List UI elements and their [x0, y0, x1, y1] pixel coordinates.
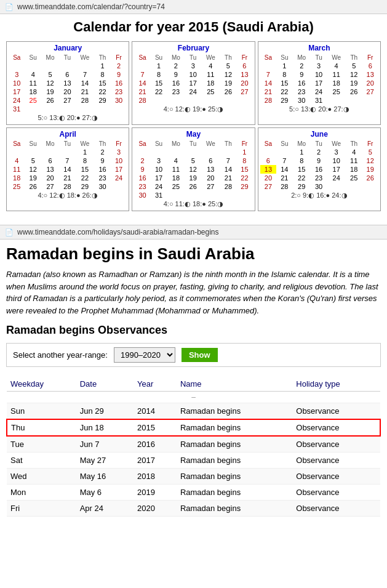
- calendar-day[interactable]: 1: [94, 62, 110, 70]
- calendar-day[interactable]: 7: [220, 156, 236, 165]
- calendar-day[interactable]: 1: [151, 62, 167, 70]
- calendar-day[interactable]: 22: [276, 87, 292, 96]
- calendar-day[interactable]: 13: [260, 165, 276, 174]
- calendar-day[interactable]: 6: [41, 156, 59, 165]
- calendar-day[interactable]: 29: [76, 182, 95, 191]
- calendar-day[interactable]: 26: [25, 182, 41, 191]
- calendar-day[interactable]: 15: [151, 79, 167, 87]
- calendar-day[interactable]: 22: [94, 87, 110, 96]
- calendar-day[interactable]: 24: [327, 174, 346, 182]
- calendar-day[interactable]: 7: [276, 156, 292, 165]
- calendar-day[interactable]: 14: [134, 79, 150, 87]
- calendar-day[interactable]: 6: [260, 156, 276, 165]
- calendar-day[interactable]: 23: [134, 182, 150, 191]
- calendar-day[interactable]: 8: [236, 156, 253, 165]
- calendar-day[interactable]: 2: [167, 62, 185, 70]
- calendar-day[interactable]: 22: [76, 174, 95, 182]
- calendar-day[interactable]: 10: [111, 156, 127, 165]
- calendar-day[interactable]: 28: [59, 182, 75, 191]
- calendar-day[interactable]: 24: [151, 182, 167, 191]
- calendar-day[interactable]: 2: [134, 156, 150, 165]
- calendar-day[interactable]: 21: [276, 174, 292, 182]
- calendar-day[interactable]: 11: [346, 156, 362, 165]
- calendar-day[interactable]: 15: [293, 165, 311, 174]
- calendar-day[interactable]: 10: [185, 70, 201, 79]
- calendar-day[interactable]: 16: [167, 79, 185, 87]
- calendar-day[interactable]: 4: [346, 148, 362, 156]
- calendar-day[interactable]: 18: [346, 165, 362, 174]
- calendar-day[interactable]: 18: [25, 87, 41, 96]
- calendar-day[interactable]: 9: [167, 70, 185, 79]
- calendar-day[interactable]: 29: [293, 182, 311, 191]
- calendar-day[interactable]: 24: [311, 87, 327, 96]
- calendar-day[interactable]: 13: [362, 70, 378, 79]
- calendar-day[interactable]: 17: [9, 87, 25, 96]
- calendar-day[interactable]: 3: [9, 70, 25, 79]
- calendar-day[interactable]: 21: [134, 87, 150, 96]
- calendar-day[interactable]: 11: [167, 165, 185, 174]
- calendar-day[interactable]: 28: [134, 96, 150, 105]
- calendar-day[interactable]: 12: [185, 165, 201, 174]
- calendar-day[interactable]: 16: [111, 79, 127, 87]
- calendar-day[interactable]: 1: [276, 62, 292, 70]
- calendar-day[interactable]: 25: [9, 182, 25, 191]
- calendar-day[interactable]: 4: [167, 156, 185, 165]
- calendar-day[interactable]: 19: [362, 165, 378, 174]
- calendar-day[interactable]: 19: [185, 174, 201, 182]
- calendar-day[interactable]: 28: [220, 182, 236, 191]
- calendar-day[interactable]: 13: [41, 165, 59, 174]
- calendar-day[interactable]: 7: [134, 70, 150, 79]
- calendar-day[interactable]: 8: [76, 156, 95, 165]
- calendar-day[interactable]: 4: [9, 156, 25, 165]
- calendar-day[interactable]: 17: [327, 165, 346, 174]
- calendar-day[interactable]: 5: [346, 62, 362, 70]
- calendar-day[interactable]: 22: [151, 87, 167, 96]
- calendar-day[interactable]: 21: [220, 174, 236, 182]
- calendar-day[interactable]: 25: [25, 96, 41, 105]
- calendar-day[interactable]: 3: [111, 148, 127, 156]
- calendar-day[interactable]: 9: [293, 70, 311, 79]
- calendar-day[interactable]: 20: [260, 174, 276, 182]
- calendar-day[interactable]: 30: [94, 182, 110, 191]
- calendar-day[interactable]: 20: [41, 174, 59, 182]
- calendar-day[interactable]: 13: [236, 70, 253, 79]
- calendar-day[interactable]: 28: [276, 182, 292, 191]
- calendar-day[interactable]: 2: [111, 62, 127, 70]
- calendar-day[interactable]: 21: [76, 87, 95, 96]
- calendar-day[interactable]: 16: [134, 174, 150, 182]
- calendar-day[interactable]: 4: [327, 62, 346, 70]
- calendar-day[interactable]: 28: [76, 96, 95, 105]
- calendar-day[interactable]: 11: [9, 165, 25, 174]
- calendar-day[interactable]: 23: [167, 87, 185, 96]
- calendar-day[interactable]: 17: [151, 174, 167, 182]
- calendar-day[interactable]: 5: [41, 70, 59, 79]
- calendar-day[interactable]: 13: [201, 165, 220, 174]
- calendar-day[interactable]: 11: [327, 70, 346, 79]
- calendar-day[interactable]: 10: [151, 165, 167, 174]
- calendar-day[interactable]: 8: [293, 156, 311, 165]
- calendar-day[interactable]: 18: [167, 174, 185, 182]
- calendar-day[interactable]: 16: [293, 79, 311, 87]
- calendar-day[interactable]: 10: [327, 156, 346, 165]
- calendar-day[interactable]: 13: [59, 79, 75, 87]
- calendar-day[interactable]: 14: [260, 79, 276, 87]
- calendar-day[interactable]: 30: [134, 191, 150, 199]
- calendar-day[interactable]: 15: [76, 165, 95, 174]
- calendar-day[interactable]: 11: [201, 70, 220, 79]
- calendar-day[interactable]: 3: [327, 148, 346, 156]
- calendar-day[interactable]: 9: [94, 156, 110, 165]
- calendar-day[interactable]: 24: [9, 96, 25, 105]
- calendar-day[interactable]: 26: [220, 87, 236, 96]
- calendar-day[interactable]: 20: [201, 174, 220, 182]
- calendar-day[interactable]: 27: [59, 96, 75, 105]
- calendar-day[interactable]: 12: [41, 79, 59, 87]
- calendar-day[interactable]: 17: [185, 79, 201, 87]
- calendar-day[interactable]: 20: [59, 87, 75, 96]
- calendar-day[interactable]: 17: [311, 79, 327, 87]
- calendar-day[interactable]: 14: [59, 165, 75, 174]
- calendar-day[interactable]: 7: [260, 70, 276, 79]
- calendar-day[interactable]: 8: [151, 70, 167, 79]
- show-button[interactable]: Show: [182, 348, 218, 362]
- calendar-day[interactable]: 1: [293, 148, 311, 156]
- calendar-day[interactable]: 27: [362, 87, 378, 96]
